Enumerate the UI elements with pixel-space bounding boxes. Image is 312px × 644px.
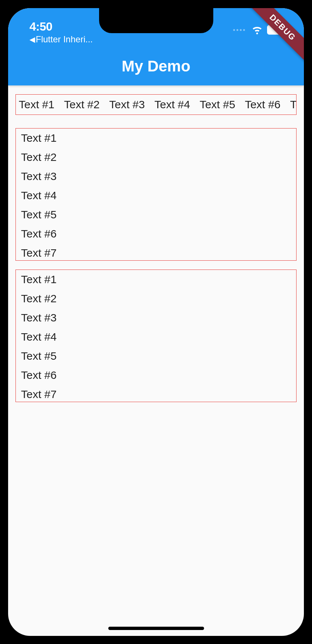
list-item: Text #6 xyxy=(16,366,296,385)
list-item: Text #2 xyxy=(16,289,296,308)
list-item: Text #1 xyxy=(16,270,296,289)
horizontal-list-panel[interactable]: Text #1 Text #2 Text #3 Text #4 Text #5 … xyxy=(15,94,297,115)
vertical-list-panel-b[interactable]: Text #1 Text #2 Text #3 Text #4 Text #5 … xyxy=(15,270,297,402)
list-item: Text #4 xyxy=(16,186,296,205)
list-item: Text #5 xyxy=(199,98,236,111)
screen: DEBUG 4:50 ◀ Flutter Inheri... My Demo xyxy=(8,8,304,636)
list-item: Text #4 xyxy=(154,98,191,111)
horizontal-list[interactable]: Text #1 Text #2 Text #3 Text #4 Text #5 … xyxy=(16,95,296,115)
device-frame: DEBUG 4:50 ◀ Flutter Inheri... My Demo xyxy=(0,0,312,644)
wifi-icon xyxy=(251,23,263,37)
list-item: Text #5 xyxy=(16,346,296,366)
list-item: Text #1 xyxy=(18,98,55,111)
status-right xyxy=(233,8,304,37)
cellular-icon xyxy=(233,29,245,31)
list-item: Text #6 xyxy=(16,224,296,243)
list-item: Text #3 xyxy=(16,167,296,186)
back-to-app-button[interactable]: ◀ Flutter Inheri... xyxy=(29,34,93,45)
page-title: My Demo xyxy=(122,57,190,75)
content: Text #1 Text #2 Text #3 Text #4 Text #5 … xyxy=(8,85,304,402)
list-item: Text #7 xyxy=(16,243,296,261)
list-item: Text #3 xyxy=(16,308,296,327)
vertical-list-b[interactable]: Text #1 Text #2 Text #3 Text #4 Text #5 … xyxy=(16,270,296,402)
list-item: Text #2 xyxy=(63,98,101,111)
list-item: Text #7 xyxy=(289,98,296,111)
status-left: 4:50 ◀ Flutter Inheri... xyxy=(8,8,93,45)
list-item: Text #6 xyxy=(244,98,281,111)
list-item: Text #5 xyxy=(16,205,296,224)
list-item: Text #7 xyxy=(16,385,296,402)
home-indicator[interactable] xyxy=(108,627,204,630)
back-caret-icon: ◀ xyxy=(29,35,35,44)
list-item: Text #3 xyxy=(108,98,146,111)
list-item: Text #4 xyxy=(16,327,296,346)
list-item: Text #1 xyxy=(16,129,296,148)
vertical-list-panel-a[interactable]: Text #1 Text #2 Text #3 Text #4 Text #5 … xyxy=(15,128,297,261)
battery-icon xyxy=(267,25,286,35)
back-app-label: Flutter Inheri... xyxy=(36,34,93,45)
vertical-list-a[interactable]: Text #1 Text #2 Text #3 Text #4 Text #5 … xyxy=(16,129,296,261)
notch xyxy=(99,8,213,33)
list-item: Text #2 xyxy=(16,148,296,167)
status-time: 4:50 xyxy=(29,20,93,34)
